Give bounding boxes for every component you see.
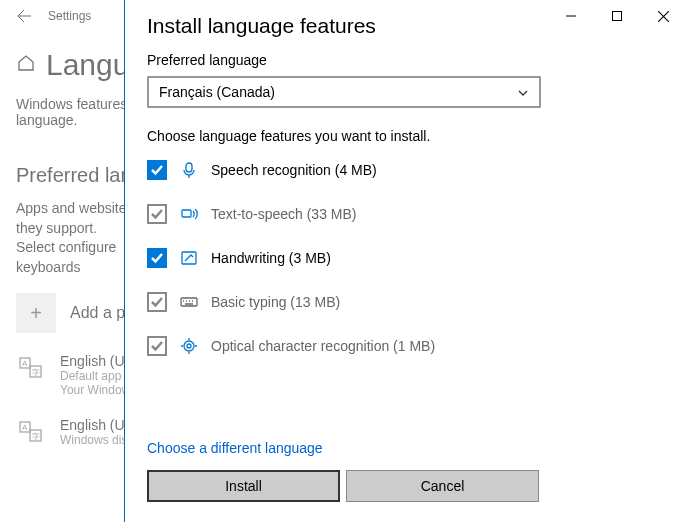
keyboard-icon [179,293,199,311]
feature-label: Handwriting (3 MB) [211,250,331,266]
ocr-icon [179,337,199,355]
checkbox-tts[interactable] [147,204,167,224]
checkbox-ocr[interactable] [147,336,167,356]
instructions: Choose language features you want to ins… [147,128,658,144]
svg-text:A: A [22,423,28,432]
svg-rect-11 [182,252,196,264]
feature-label: Speech recognition (4 MB) [211,162,377,178]
svg-point-14 [187,344,191,348]
home-icon [16,53,36,77]
back-button[interactable] [0,8,48,24]
apps-text: Apps and websites they support. Select c… [16,199,136,277]
plus-icon: + [16,293,56,333]
choose-different-language-link[interactable]: Choose a different language [147,440,658,456]
cancel-button[interactable]: Cancel [346,470,539,502]
install-button[interactable]: Install [147,470,340,502]
svg-text:字: 字 [32,368,40,377]
feature-label: Text-to-speech (33 MB) [211,206,357,222]
preferred-language-label: Preferred language [147,52,658,68]
close-button[interactable] [640,0,686,32]
checkbox-handwriting[interactable] [147,248,167,268]
feature-text-to-speech[interactable]: Text-to-speech (33 MB) [147,204,658,224]
svg-rect-10 [182,210,191,217]
feature-handwriting[interactable]: Handwriting (3 MB) [147,248,658,268]
chevron-down-icon [517,86,529,98]
svg-text:A: A [22,359,28,368]
language-icon: A字 [16,353,46,383]
svg-text:字: 字 [32,432,40,441]
language-dropdown[interactable]: Français (Canada) [147,76,541,108]
feature-label: Basic typing (13 MB) [211,294,340,310]
svg-rect-12 [181,298,197,306]
feature-basic-typing[interactable]: Basic typing (13 MB) [147,292,658,312]
feature-label: Optical character recognition (1 MB) [211,338,435,354]
handwriting-icon [179,249,199,267]
svg-rect-8 [613,12,622,21]
feature-speech-recognition[interactable]: Speech recognition (4 MB) [147,160,658,180]
checkbox-basic-typing[interactable] [147,292,167,312]
svg-rect-9 [186,163,192,172]
maximize-button[interactable] [594,0,640,32]
microphone-icon [179,161,199,179]
feature-ocr[interactable]: Optical character recognition (1 MB) [147,336,658,356]
svg-point-13 [184,341,194,351]
minimize-button[interactable] [548,0,594,32]
language-icon: A字 [16,417,46,447]
checkbox-speech[interactable] [147,160,167,180]
speaker-icon [179,205,199,223]
subtext: Windows features language. [16,96,136,128]
selected-language: Français (Canada) [159,84,275,100]
window-title: Settings [48,9,91,23]
